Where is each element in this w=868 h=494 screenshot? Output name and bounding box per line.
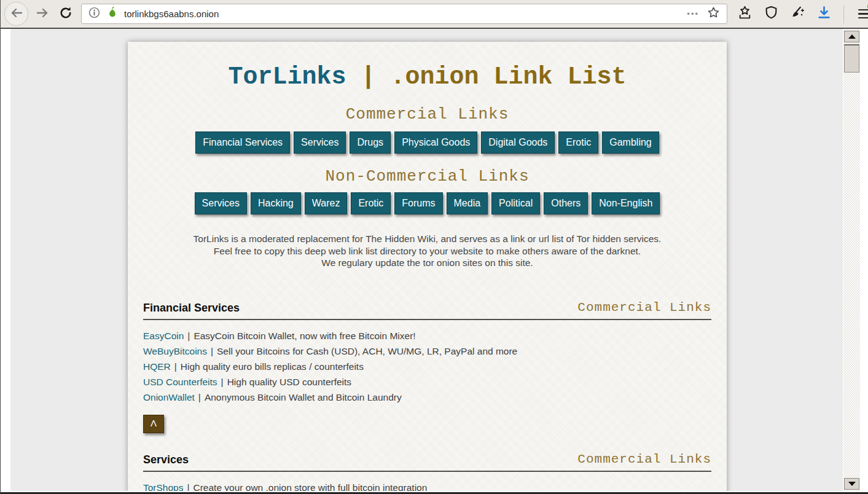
page-actions-icon[interactable]: ••• [684,9,702,18]
intro-line: Feel free to copy this deep web link lis… [143,245,711,257]
site-info-icon[interactable] [88,6,101,22]
link-description: Anonymous Bitcoin Wallet and Bitcoin Lau… [205,392,402,402]
onion-link-usd-counterfeits[interactable]: USD Counterfeits [143,377,217,387]
link-description: Sell your Bitcoins for Cash (USD), ACH, … [217,346,517,356]
link-separator: | [211,346,213,356]
link-item: HQER|High quality euro bills replicas / … [143,359,711,374]
back-to-top-button[interactable]: Λ [143,415,164,433]
noncommercial-links-heading: Non-Commercial Links [143,167,711,187]
noncommercial-category-buttons: ServicesHackingWarezEroticForumsMediaPol… [143,192,711,214]
link-item: WeBuyBitcoins|Sell your Bitcoins for Cas… [143,343,711,359]
onion-circuit-icon[interactable] [106,6,119,22]
scroll-down-button[interactable] [844,478,859,490]
intro-line: TorLinks is a moderated replacement for … [143,233,711,245]
bookmark-star-icon[interactable] [706,6,721,22]
hamburger-icon [858,9,868,19]
page-viewport: TorLinks | .onion Link List Commercial L… [1,29,868,491]
new-identity-button[interactable] [789,6,805,22]
link-item: TorShops|Create your own .onion store wi… [143,480,711,492]
section-tag: Commercial Links [577,452,711,466]
url-text: torlinkbgs6aabns.onion [124,9,679,19]
shield-icon [764,5,779,23]
commercial-links-heading: Commercial Links [143,104,711,125]
page-title: TorLinks | .onion Link List [143,63,711,92]
browser-window: torlinkbgs6aabns.onion ••• [0,0,868,494]
link-item: OnionWallet|Anonymous Bitcoin Wallet and… [143,390,711,405]
link-separator: | [187,331,190,341]
category-button-political[interactable]: Political [491,192,540,214]
broom-sparkle-icon [789,5,805,23]
category-button-forums[interactable]: Forums [394,192,442,214]
section-header-services: Services Commercial Links [143,452,711,466]
category-button-hacking[interactable]: Hacking [251,192,301,214]
commercial-category-buttons: Financial ServicesServicesDrugsPhysical … [143,131,711,154]
download-arrow-icon [816,5,832,23]
link-separator: | [198,392,201,402]
reload-button[interactable] [57,5,75,23]
url-bar[interactable]: torlinkbgs6aabns.onion ••• [81,4,727,24]
category-button-digital-goods[interactable]: Digital Goods [481,131,555,154]
vertical-scrollbar[interactable] [843,29,860,491]
category-button-drugs[interactable]: Drugs [350,131,391,154]
back-button[interactable] [4,2,28,26]
category-button-gambling[interactable]: Gambling [602,131,659,154]
onion-link-hqer[interactable]: HQER [143,361,171,372]
triangle-up-icon [848,34,856,39]
link-description: High quality euro bills replicas / count… [181,361,364,372]
onion-link-easycoin[interactable]: EasyCoin [143,331,184,341]
triangle-down-icon [848,482,856,486]
category-button-services[interactable]: Services [294,131,346,154]
content-panel: TorLinks | .onion Link List Commercial L… [128,42,727,491]
app-menu-button[interactable]: ↑ [856,6,868,22]
toolbar-divider [843,5,844,23]
link-description: EasyCoin Bitcoin Wallet, now with free B… [194,331,415,341]
section-tag: Commercial Links [577,300,711,315]
category-button-erotic[interactable]: Erotic [558,131,598,154]
link-separator: | [174,361,177,372]
section-divider [143,471,711,472]
link-item: EasyCoin|EasyCoin Bitcoin Wallet, now wi… [143,328,711,343]
onion-link-torshops[interactable]: TorShops [143,482,183,492]
page-title-primary: TorLinks [228,63,361,91]
category-button-nc-erotic[interactable]: Erotic [351,192,391,214]
link-separator: | [221,377,224,387]
scroll-up-button[interactable] [844,31,859,42]
section-title: Services [143,453,189,466]
security-level-button[interactable] [763,6,779,22]
category-button-non-english[interactable]: Non-English [592,192,660,214]
category-button-physical-goods[interactable]: Physical Goods [394,131,477,154]
onion-link-onionwallet[interactable]: OnionWallet [143,392,195,402]
link-description: High quality USD counterfeits [227,377,351,387]
section-divider [143,319,711,320]
browser-toolbar: torlinkbgs6aabns.onion ••• [1,0,868,29]
star-tray-icon [737,5,753,23]
services-link-list: TorShops|Create your own .onion store wi… [143,480,711,492]
onion-link-webuybitcoins[interactable]: WeBuyBitcoins [143,346,207,356]
link-description: Create your own .onion store with full b… [194,482,428,492]
category-button-warez[interactable]: Warez [305,192,348,214]
scrollbar-thumb[interactable] [844,44,859,73]
toolbar-actions: ↑ [737,5,868,23]
category-button-others[interactable]: Others [544,192,588,214]
category-button-financial-services[interactable]: Financial Services [195,131,290,154]
back-arrow-icon [9,6,24,23]
forward-button[interactable] [33,5,52,23]
section-header-financial-services: Financial Services Commercial Links [143,300,711,315]
page-title-secondary: | .onion Link List [361,63,626,91]
link-item: USD Counterfeits|High quality USD counte… [143,374,711,390]
forward-arrow-icon [35,6,50,23]
section-title: Financial Services [143,302,240,315]
category-button-media[interactable]: Media [447,192,488,214]
intro-line: We regulary update the tor onion sites o… [143,257,711,269]
bookmarks-library-button[interactable] [737,6,753,22]
category-button-nc-services[interactable]: Services [195,192,247,214]
downloads-button[interactable] [816,6,832,22]
scrollbar-track[interactable] [843,29,860,491]
financial-services-link-list: EasyCoin|EasyCoin Bitcoin Wallet, now wi… [143,328,711,405]
intro-paragraph: TorLinks is a moderated replacement for … [143,233,711,269]
reload-icon [58,6,73,23]
link-separator: | [187,482,189,492]
